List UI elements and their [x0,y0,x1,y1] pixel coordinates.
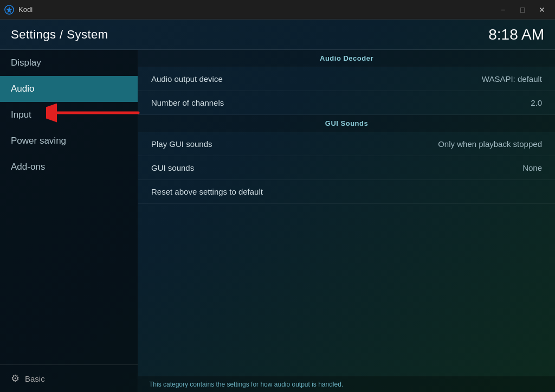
status-bar: This category contains the settings for … [138,376,555,392]
minimize-button[interactable]: − [494,2,512,17]
status-text: This category contains the settings for … [149,381,343,388]
app-body: Settings / System 8:18 AM Display Audio … [0,20,555,392]
section-header-gui-sounds: GUI Sounds [138,115,555,132]
settings-row-number-of-channels[interactable]: Number of channels 2.0 [138,91,555,115]
gear-icon: ⚙ [11,372,20,384]
sidebar-item-display[interactable]: Display [0,50,138,76]
sidebar-item-power-saving[interactable]: Power saving [0,128,138,154]
title-bar: Kodi − □ ✕ [0,0,555,20]
maximize-button[interactable]: □ [514,2,531,17]
app-icon [4,5,14,15]
sidebar-item-add-ons[interactable]: Add-ons [0,154,138,180]
main-panel: Audio Decoder Audio output device WASAPI… [138,50,555,392]
title-bar-left: Kodi [4,5,33,15]
settings-row-gui-sounds[interactable]: GUI sounds None [138,156,555,180]
close-button[interactable]: ✕ [533,2,551,17]
settings-content: Audio Decoder Audio output device WASAPI… [138,50,555,376]
page-title: Settings / System [11,28,108,42]
basic-label: Basic [25,374,45,383]
sidebar-item-input[interactable]: Input [0,102,138,128]
svg-marker-1 [6,6,13,13]
header: Settings / System 8:18 AM [0,20,555,50]
sidebar-bottom: ⚙ Basic [0,364,138,392]
title-bar-controls: − □ ✕ [494,2,551,17]
clock: 8:18 AM [488,26,544,43]
sidebar-item-audio[interactable]: Audio [0,76,138,102]
section-header-audio-decoder: Audio Decoder [138,50,555,67]
sidebar: Display Audio Input Power saving Add-ons… [0,50,138,392]
title-bar-title: Kodi [18,5,33,14]
settings-row-play-gui-sounds[interactable]: Play GUI sounds Only when playback stopp… [138,132,555,156]
settings-row-reset[interactable]: Reset above settings to default [138,180,555,204]
settings-row-audio-output-device[interactable]: Audio output device WASAPI: default [138,67,555,91]
content: Display Audio Input Power saving Add-ons… [0,50,555,392]
